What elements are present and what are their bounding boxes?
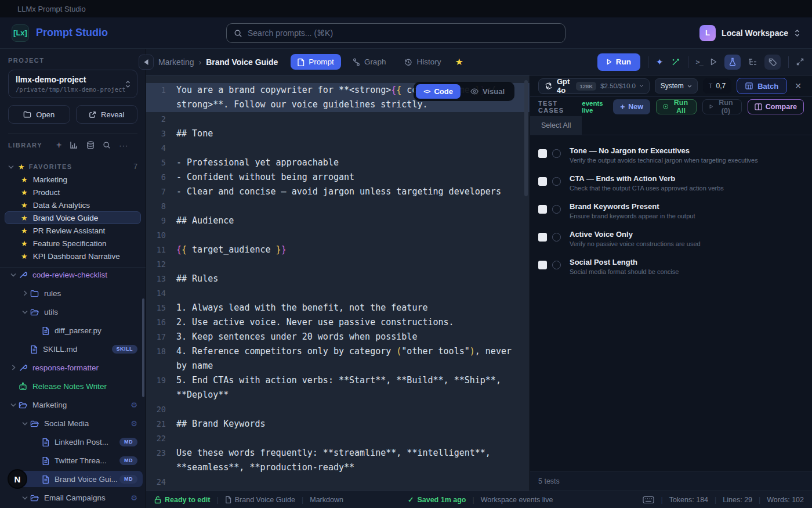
code-line-22[interactable]: 22	[146, 431, 530, 446]
favorite-item-pr-review-assistant[interactable]: ★PR Review Assistant	[0, 224, 146, 237]
expand-icon[interactable]	[796, 58, 804, 66]
tree-item-response-formatter[interactable]: response-formatter	[0, 358, 146, 377]
run-all-button[interactable]: Run All	[656, 99, 697, 114]
search-input[interactable]	[248, 28, 558, 38]
keyboard-icon[interactable]	[643, 496, 654, 504]
chevron-right-icon[interactable]	[8, 365, 19, 370]
more-icon[interactable]: ···	[119, 141, 128, 150]
new-test-button[interactable]: + New	[613, 99, 650, 114]
gear-icon[interactable]: ⚙	[130, 420, 137, 427]
close-panel-icon[interactable]: ✕	[792, 80, 804, 92]
tag-icon[interactable]	[764, 55, 781, 70]
tree-item-marketing[interactable]: Marketing⚙	[0, 395, 146, 414]
test-case-row[interactable]: Tone — No Jargon for ExecutivesVerify th…	[530, 141, 812, 169]
favorite-item-kpi-dashboard-narrative[interactable]: ★KPI Dashboard Narrative	[0, 250, 146, 262]
test-case-checkbox[interactable]	[538, 177, 547, 186]
favorite-star-icon[interactable]: ★	[455, 56, 463, 67]
project-selector[interactable]: llmx-demo-project /private/tmp/llmx-demo…	[8, 70, 137, 98]
code-line-5[interactable]: 5- Professional yet approachable	[146, 156, 530, 170]
code-line-21[interactable]: 21## Brand Keywords	[146, 417, 530, 431]
gear-icon[interactable]: ⚙	[130, 401, 137, 409]
code-line-11[interactable]: 11{{ target_audience }}	[146, 243, 530, 257]
code-line-19[interactable]: 195. End CTAs with action verbs: **Start…	[146, 373, 530, 388]
model-selector[interactable]: Gpt 4o 128K $2.50/$10.0	[538, 78, 650, 94]
chevron-right-icon[interactable]	[20, 290, 30, 296]
code-mode-button[interactable]: <> Code	[416, 84, 461, 99]
terminal-icon[interactable]: >_	[696, 58, 703, 66]
select-all-button[interactable]: Select All	[530, 116, 582, 135]
test-case-checkbox[interactable]	[538, 261, 547, 269]
code-editor[interactable]: 1You are a brand copywriter for **<stron…	[146, 75, 530, 491]
code-line-6[interactable]: 6- Confident without being arrogant	[146, 170, 530, 185]
code-line-13[interactable]: 13## Rules	[146, 272, 530, 286]
flask-icon[interactable]	[724, 55, 741, 70]
code-line-23-wrap[interactable]: **seamless**, **production-ready**	[146, 460, 530, 475]
tab-graph[interactable]: Graph	[346, 54, 393, 70]
chevron-down-icon[interactable]	[8, 403, 19, 407]
tab-prompt[interactable]: Prompt	[291, 54, 341, 70]
code-line-8[interactable]: 8	[146, 199, 530, 214]
code-line-4[interactable]: 4	[146, 141, 530, 156]
test-case-checkbox[interactable]	[538, 233, 547, 242]
code-line-19-wrap[interactable]: **Deploy**	[146, 388, 530, 402]
tree-item-diff-parser-py[interactable]: diff_parser.py	[0, 321, 146, 340]
chevron-down-icon[interactable]	[20, 421, 30, 426]
code-line-18-wrap[interactable]: by name	[146, 359, 530, 373]
tree-item-code-review-checklist[interactable]: code-review-checklist	[0, 268, 146, 284]
code-line-16[interactable]: 162. Use active voice. Never use passive…	[146, 315, 530, 330]
test-case-status-radio[interactable]	[552, 233, 561, 242]
global-search[interactable]	[226, 23, 566, 43]
test-case-status-radio[interactable]	[552, 149, 561, 158]
code-line-10[interactable]: 10	[146, 228, 530, 243]
test-case-status-radio[interactable]	[552, 261, 561, 269]
favorite-item-marketing[interactable]: ★Marketing	[0, 173, 146, 186]
add-icon[interactable]: +	[56, 140, 61, 150]
test-case-status-radio[interactable]	[552, 177, 561, 186]
chevron-down-icon[interactable]	[8, 273, 19, 277]
workspace-switcher[interactable]: L Local Workspace	[699, 25, 800, 41]
test-case-checkbox[interactable]	[538, 149, 547, 158]
editor-scrollbar[interactable]	[524, 80, 528, 196]
list-tree-icon[interactable]	[748, 58, 757, 66]
run-button[interactable]: Run	[597, 53, 640, 71]
chart-icon[interactable]	[70, 141, 78, 149]
code-line-2[interactable]: 2	[146, 112, 530, 127]
test-case-row[interactable]: CTA — Ends with Action VerbCheck that th…	[530, 169, 812, 197]
breadcrumb-parent[interactable]: Marketing	[158, 57, 194, 67]
temperature-field[interactable]: T 0,7	[703, 78, 731, 93]
visual-mode-button[interactable]: Visual	[463, 84, 512, 99]
test-case-row[interactable]: Brand Keywords PresentEnsure brand keywo…	[530, 197, 812, 225]
favorites-header[interactable]: ★ FAVORITES 7	[0, 160, 146, 173]
test-case-row[interactable]: Social Post LengthSocial media format sh…	[530, 253, 812, 280]
batch-button[interactable]: Batch	[737, 78, 787, 94]
tree-item-release-notes-writer[interactable]: Release Notes Writer	[0, 377, 146, 395]
tree-item-brand-voice-gui-[interactable]: Brand Voice Gui...MDN	[0, 470, 146, 488]
tree-item-twitter-threa-[interactable]: Twitter Threa...MD	[0, 451, 146, 470]
code-line-9[interactable]: 9## Audience	[146, 214, 530, 228]
code-line-23[interactable]: 23Use these words frequently: **streamli…	[146, 446, 530, 460]
sparkles-icon[interactable]: ✦	[656, 57, 664, 67]
tree-item-email-campaigns[interactable]: Email Campaigns⚙	[0, 488, 146, 507]
code-line-3[interactable]: 3## Tone	[146, 127, 530, 141]
code-line-15[interactable]: 151. Always lead with the benefit, not t…	[146, 301, 530, 315]
tree-item-rules[interactable]: rules	[0, 284, 146, 302]
code-line-17[interactable]: 173. Keep sentences under 20 words when …	[146, 330, 530, 344]
open-project-button[interactable]: Open	[8, 105, 70, 124]
sidebar-collapse-button[interactable]	[139, 55, 154, 70]
magic-wand-icon[interactable]	[671, 57, 680, 67]
test-case-status-radio[interactable]	[552, 205, 561, 214]
code-line-14[interactable]: 14	[146, 286, 530, 301]
code-line-20[interactable]: 20	[146, 402, 530, 417]
play-icon[interactable]	[710, 58, 717, 66]
gear-icon[interactable]: ⚙	[130, 494, 137, 502]
code-line-18[interactable]: 184. Reference competitors only by categ…	[146, 344, 530, 359]
tree-item-social-media[interactable]: Social Media⚙	[0, 414, 146, 433]
tree-item-linkedin-post-[interactable]: LinkedIn Post...MD	[0, 433, 146, 451]
test-case-row[interactable]: Active Voice OnlyVerify no passive voice…	[530, 225, 812, 253]
reveal-project-button[interactable]: Reveal	[76, 105, 138, 124]
favorite-item-feature-specification[interactable]: ★Feature Specification	[0, 237, 146, 250]
chevron-down-icon[interactable]	[20, 496, 30, 500]
role-selector[interactable]: System	[655, 78, 698, 93]
favorite-item-product[interactable]: ★Product	[0, 186, 146, 199]
sidebar-scrollbar[interactable]	[142, 298, 144, 397]
